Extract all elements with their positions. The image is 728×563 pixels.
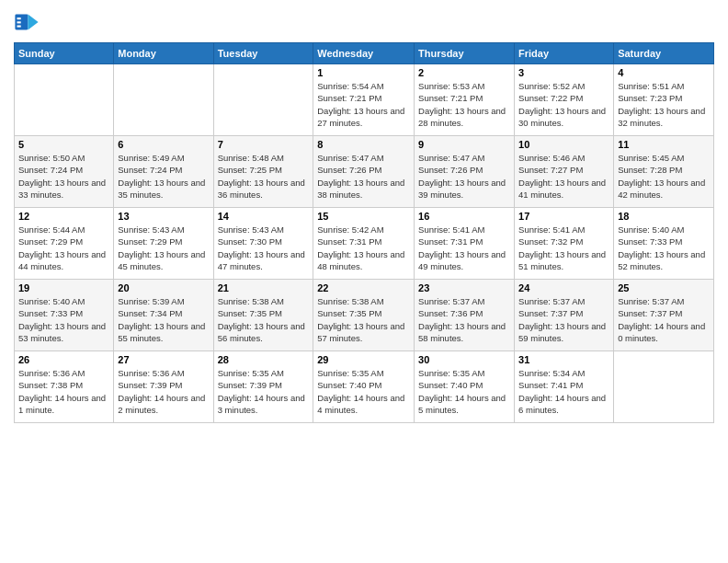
day-info: Sunrise: 5:43 AM Sunset: 7:29 PM Dayligh…	[118, 224, 209, 272]
day-info: Sunrise: 5:49 AM Sunset: 7:24 PM Dayligh…	[118, 152, 209, 201]
day-number: 13	[118, 211, 209, 222]
day-number: 9	[418, 139, 510, 150]
calendar-cell: 27Sunrise: 5:36 AM Sunset: 7:39 PM Dayli…	[114, 351, 213, 423]
day-number: 19	[18, 282, 109, 293]
day-info: Sunrise: 5:48 AM Sunset: 7:25 PM Dayligh…	[218, 152, 310, 201]
calendar-cell: 10Sunrise: 5:46 AM Sunset: 7:27 PM Dayli…	[515, 136, 614, 208]
day-info: Sunrise: 5:36 AM Sunset: 7:38 PM Dayligh…	[18, 367, 109, 416]
day-number: 31	[518, 354, 609, 365]
calendar-cell: 24Sunrise: 5:37 AM Sunset: 7:37 PM Dayli…	[515, 280, 614, 351]
day-number: 7	[218, 139, 310, 150]
calendar-cell: 26Sunrise: 5:36 AM Sunset: 7:38 PM Dayli…	[15, 351, 114, 423]
day-info: Sunrise: 5:47 AM Sunset: 7:26 PM Dayligh…	[317, 152, 410, 201]
day-number: 15	[317, 211, 410, 222]
calendar-cell: 25Sunrise: 5:37 AM Sunset: 7:37 PM Dayli…	[614, 280, 714, 351]
svg-marker-1	[28, 15, 38, 30]
day-number: 17	[518, 211, 609, 222]
day-info: Sunrise: 5:35 AM Sunset: 7:39 PM Dayligh…	[218, 367, 310, 416]
calendar-cell: 18Sunrise: 5:40 AM Sunset: 7:33 PM Dayli…	[614, 208, 714, 280]
calendar-cell: 21Sunrise: 5:38 AM Sunset: 7:35 PM Dayli…	[213, 280, 313, 351]
calendar-cell: 20Sunrise: 5:39 AM Sunset: 7:34 PM Dayli…	[114, 280, 213, 351]
day-number: 5	[18, 139, 109, 150]
day-number: 25	[618, 282, 710, 293]
day-number: 12	[18, 211, 109, 222]
calendar-cell: 16Sunrise: 5:41 AM Sunset: 7:31 PM Dayli…	[415, 208, 515, 280]
day-info: Sunrise: 5:39 AM Sunset: 7:34 PM Dayligh…	[118, 295, 209, 344]
calendar-cell: 12Sunrise: 5:44 AM Sunset: 7:29 PM Dayli…	[15, 208, 114, 280]
calendar-cell: 17Sunrise: 5:41 AM Sunset: 7:32 PM Dayli…	[515, 208, 614, 280]
logo	[14, 9, 43, 35]
weekday-header-friday: Friday	[515, 43, 614, 64]
day-info: Sunrise: 5:53 AM Sunset: 7:21 PM Dayligh…	[418, 80, 510, 129]
weekday-header-saturday: Saturday	[614, 43, 714, 64]
day-number: 11	[618, 139, 710, 150]
day-number: 30	[418, 354, 510, 365]
day-info: Sunrise: 5:37 AM Sunset: 7:36 PM Dayligh…	[418, 295, 510, 344]
calendar-cell: 29Sunrise: 5:35 AM Sunset: 7:40 PM Dayli…	[313, 351, 415, 423]
calendar-cell: 19Sunrise: 5:40 AM Sunset: 7:33 PM Dayli…	[15, 280, 114, 351]
day-number: 2	[418, 67, 510, 78]
day-info: Sunrise: 5:50 AM Sunset: 7:24 PM Dayligh…	[18, 152, 109, 201]
day-number: 29	[317, 354, 410, 365]
day-number: 1	[317, 67, 410, 78]
calendar-cell	[614, 351, 714, 423]
day-info: Sunrise: 5:44 AM Sunset: 7:29 PM Dayligh…	[18, 224, 109, 272]
day-info: Sunrise: 5:42 AM Sunset: 7:31 PM Dayligh…	[317, 224, 410, 272]
day-info: Sunrise: 5:37 AM Sunset: 7:37 PM Dayligh…	[618, 295, 710, 344]
day-number: 20	[118, 282, 209, 293]
week-row-1: 1Sunrise: 5:54 AM Sunset: 7:21 PM Daylig…	[15, 64, 714, 136]
day-number: 18	[618, 211, 710, 222]
week-row-4: 19Sunrise: 5:40 AM Sunset: 7:33 PM Dayli…	[15, 280, 714, 351]
calendar-cell	[114, 64, 213, 136]
calendar-cell: 14Sunrise: 5:43 AM Sunset: 7:30 PM Dayli…	[213, 208, 313, 280]
logo-icon	[14, 9, 40, 35]
calendar-cell	[213, 64, 313, 136]
day-info: Sunrise: 5:35 AM Sunset: 7:40 PM Dayligh…	[317, 367, 410, 416]
calendar-cell	[15, 64, 114, 136]
week-row-3: 12Sunrise: 5:44 AM Sunset: 7:29 PM Dayli…	[15, 208, 714, 280]
calendar-cell: 28Sunrise: 5:35 AM Sunset: 7:39 PM Dayli…	[213, 351, 313, 423]
day-info: Sunrise: 5:45 AM Sunset: 7:28 PM Dayligh…	[618, 152, 710, 201]
calendar-cell: 31Sunrise: 5:34 AM Sunset: 7:41 PM Dayli…	[515, 351, 614, 423]
day-info: Sunrise: 5:47 AM Sunset: 7:26 PM Dayligh…	[418, 152, 510, 201]
day-info: Sunrise: 5:37 AM Sunset: 7:37 PM Dayligh…	[518, 295, 609, 344]
calendar-cell: 9Sunrise: 5:47 AM Sunset: 7:26 PM Daylig…	[415, 136, 515, 208]
calendar-cell: 8Sunrise: 5:47 AM Sunset: 7:26 PM Daylig…	[313, 136, 415, 208]
day-number: 28	[218, 354, 310, 365]
calendar-cell: 3Sunrise: 5:52 AM Sunset: 7:22 PM Daylig…	[515, 64, 614, 136]
calendar-cell: 7Sunrise: 5:48 AM Sunset: 7:25 PM Daylig…	[213, 136, 313, 208]
day-number: 3	[518, 67, 609, 78]
calendar-table: SundayMondayTuesdayWednesdayThursdayFrid…	[14, 42, 714, 423]
day-info: Sunrise: 5:41 AM Sunset: 7:32 PM Dayligh…	[518, 224, 609, 272]
week-row-5: 26Sunrise: 5:36 AM Sunset: 7:38 PM Dayli…	[15, 351, 714, 423]
svg-rect-4	[17, 26, 21, 28]
calendar-cell: 5Sunrise: 5:50 AM Sunset: 7:24 PM Daylig…	[15, 136, 114, 208]
calendar-cell: 13Sunrise: 5:43 AM Sunset: 7:29 PM Dayli…	[114, 208, 213, 280]
day-number: 24	[518, 282, 609, 293]
day-number: 6	[118, 139, 209, 150]
day-info: Sunrise: 5:35 AM Sunset: 7:40 PM Dayligh…	[418, 367, 510, 416]
day-info: Sunrise: 5:43 AM Sunset: 7:30 PM Dayligh…	[218, 224, 310, 272]
week-row-2: 5Sunrise: 5:50 AM Sunset: 7:24 PM Daylig…	[15, 136, 714, 208]
calendar-cell: 2Sunrise: 5:53 AM Sunset: 7:21 PM Daylig…	[415, 64, 515, 136]
day-number: 21	[218, 282, 310, 293]
calendar-cell: 6Sunrise: 5:49 AM Sunset: 7:24 PM Daylig…	[114, 136, 213, 208]
day-info: Sunrise: 5:40 AM Sunset: 7:33 PM Dayligh…	[618, 224, 710, 272]
weekday-header-thursday: Thursday	[415, 43, 515, 64]
weekday-header-wednesday: Wednesday	[313, 43, 415, 64]
day-info: Sunrise: 5:52 AM Sunset: 7:22 PM Dayligh…	[518, 80, 609, 129]
day-number: 23	[418, 282, 510, 293]
calendar-cell: 22Sunrise: 5:38 AM Sunset: 7:35 PM Dayli…	[313, 280, 415, 351]
day-info: Sunrise: 5:34 AM Sunset: 7:41 PM Dayligh…	[518, 367, 609, 416]
calendar-cell: 15Sunrise: 5:42 AM Sunset: 7:31 PM Dayli…	[313, 208, 415, 280]
day-info: Sunrise: 5:38 AM Sunset: 7:35 PM Dayligh…	[317, 295, 410, 344]
page: SundayMondayTuesdayWednesdayThursdayFrid…	[0, 0, 728, 563]
day-number: 4	[618, 67, 710, 78]
svg-rect-3	[17, 21, 21, 23]
calendar-cell: 4Sunrise: 5:51 AM Sunset: 7:23 PM Daylig…	[614, 64, 714, 136]
header	[14, 9, 714, 35]
day-info: Sunrise: 5:38 AM Sunset: 7:35 PM Dayligh…	[218, 295, 310, 344]
weekday-header-row: SundayMondayTuesdayWednesdayThursdayFrid…	[15, 43, 714, 64]
day-number: 10	[518, 139, 609, 150]
calendar-cell: 1Sunrise: 5:54 AM Sunset: 7:21 PM Daylig…	[313, 64, 415, 136]
